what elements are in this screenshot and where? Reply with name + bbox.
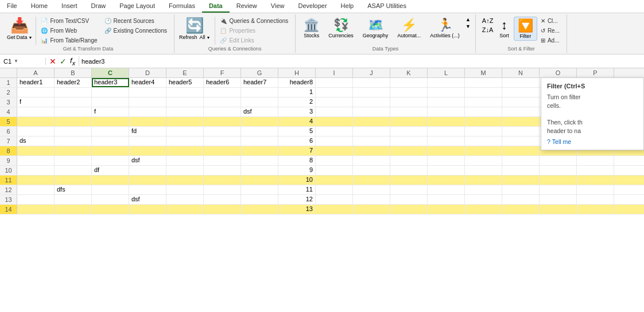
cell-H10[interactable]: 9 <box>278 166 316 175</box>
cell-A5[interactable] <box>17 117 55 126</box>
cell-L11[interactable] <box>428 176 465 185</box>
cell-G12[interactable] <box>241 185 278 194</box>
cell-B5[interactable] <box>55 117 92 126</box>
col-header-P[interactable]: P <box>577 68 614 77</box>
cell-A13[interactable] <box>17 195 55 204</box>
cell-H2[interactable]: 1 <box>278 88 316 97</box>
row-number[interactable]: 1 <box>0 78 17 87</box>
cell-J1[interactable] <box>353 78 390 87</box>
cell-G2[interactable] <box>241 88 278 97</box>
cell-C9[interactable] <box>92 156 129 165</box>
cell-P14[interactable] <box>577 205 614 214</box>
filter-button[interactable]: 🔽 Filter <box>514 17 537 41</box>
col-header-K[interactable]: K <box>390 68 428 77</box>
col-header-D[interactable]: D <box>129 68 166 77</box>
cell-F12[interactable] <box>204 185 241 194</box>
col-header-O[interactable]: O <box>540 68 577 77</box>
cell-D9[interactable]: dsf <box>129 156 166 165</box>
cell-P10[interactable] <box>577 166 614 175</box>
cell-K9[interactable] <box>390 156 428 165</box>
cell-B11[interactable] <box>55 176 92 185</box>
cell-E9[interactable] <box>166 156 204 165</box>
tooltip-tell-me-link[interactable]: ? Tell me <box>547 138 638 145</box>
queries-connections-button[interactable]: 🔌 Queries & Connections <box>218 17 290 25</box>
cell-I8[interactable] <box>316 146 353 155</box>
sort-az-button[interactable]: A↑Z <box>480 17 495 25</box>
tab-file[interactable]: File <box>0 0 24 13</box>
cell-M4[interactable] <box>465 107 502 116</box>
cell-reference-box[interactable]: C1 ▼ <box>0 58 46 65</box>
col-header-C[interactable]: C <box>92 68 129 77</box>
cell-I4[interactable] <box>316 107 353 116</box>
cell-J12[interactable] <box>353 185 390 194</box>
cell-K6[interactable] <box>390 127 428 136</box>
cell-G3[interactable] <box>241 98 278 107</box>
cell-E6[interactable] <box>166 127 204 136</box>
row-number[interactable]: 2 <box>0 88 17 97</box>
cell-M3[interactable] <box>465 98 502 107</box>
cell-B9[interactable] <box>55 156 92 165</box>
tab-insert[interactable]: Insert <box>55 0 84 13</box>
sort-button[interactable]: ↕️ Sort <box>496 17 513 40</box>
cell-B13[interactable] <box>55 195 92 204</box>
cell-G13[interactable] <box>241 195 278 204</box>
cell-J5[interactable] <box>353 117 390 126</box>
cell-E8[interactable] <box>166 146 204 155</box>
from-text-csv-button[interactable]: 📄 From Text/CSV <box>38 17 99 25</box>
cell-H11[interactable]: 10 <box>278 176 316 185</box>
cell-B12[interactable]: dfs <box>55 185 92 194</box>
cell-F6[interactable] <box>204 127 241 136</box>
cell-H7[interactable]: 6 <box>278 136 316 146</box>
cell-C5[interactable] <box>92 117 129 126</box>
cell-N10[interactable] <box>502 166 540 175</box>
cell-A7[interactable]: ds <box>17 136 55 146</box>
cell-C2[interactable] <box>92 88 129 97</box>
cell-C7[interactable] <box>92 136 129 146</box>
automatic-button[interactable]: ⚡ Automat... <box>394 17 424 40</box>
cell-H6[interactable]: 5 <box>278 127 316 136</box>
tab-help[interactable]: Help <box>334 0 361 13</box>
cell-E12[interactable] <box>166 185 204 194</box>
col-header-L[interactable]: L <box>428 68 465 77</box>
cell-M10[interactable] <box>465 166 502 175</box>
cell-D3[interactable] <box>129 98 166 107</box>
cell-J3[interactable] <box>353 98 390 107</box>
properties-button[interactable]: 📋 Properties <box>218 26 290 35</box>
cell-E13[interactable] <box>166 195 204 204</box>
row-number[interactable]: 7 <box>0 136 17 146</box>
cell-H8[interactable]: 7 <box>278 146 316 155</box>
cell-N13[interactable] <box>502 195 540 204</box>
formula-input[interactable]: header3 <box>79 58 644 65</box>
row-number[interactable]: 14 <box>0 205 17 214</box>
cell-P12[interactable] <box>577 185 614 194</box>
from-table-button[interactable]: 📊 From Table/Range <box>38 36 99 45</box>
cell-M2[interactable] <box>465 88 502 97</box>
cell-K1[interactable] <box>390 78 428 87</box>
cell-F3[interactable] <box>204 98 241 107</box>
cell-J6[interactable] <box>353 127 390 136</box>
get-data-button[interactable]: 📥 Get Data ▼ <box>7 17 36 45</box>
cell-A9[interactable] <box>17 156 55 165</box>
cell-F14[interactable] <box>204 205 241 214</box>
cell-G1[interactable]: header7 <box>241 78 278 87</box>
cell-F11[interactable] <box>204 176 241 185</box>
cell-B8[interactable] <box>55 146 92 155</box>
activities-button[interactable]: 🏃 Activities (...) <box>426 17 463 40</box>
cell-D2[interactable] <box>129 88 166 97</box>
col-header-G[interactable]: G <box>241 68 278 77</box>
cell-E2[interactable] <box>166 88 204 97</box>
cell-K10[interactable] <box>390 166 428 175</box>
col-header-F[interactable]: F <box>204 68 241 77</box>
cell-L7[interactable] <box>428 136 465 146</box>
cell-M14[interactable] <box>465 205 502 214</box>
cell-E1[interactable]: header5 <box>166 78 204 87</box>
cell-L9[interactable] <box>428 156 465 165</box>
row-number[interactable]: 11 <box>0 176 17 185</box>
cell-D5[interactable] <box>129 117 166 126</box>
cell-A14[interactable] <box>17 205 55 214</box>
cell-L5[interactable] <box>428 117 465 126</box>
cell-C10[interactable]: df <box>92 166 129 175</box>
cell-M11[interactable] <box>465 176 502 185</box>
cell-F1[interactable]: header6 <box>204 78 241 87</box>
col-header-J[interactable]: J <box>353 68 390 77</box>
